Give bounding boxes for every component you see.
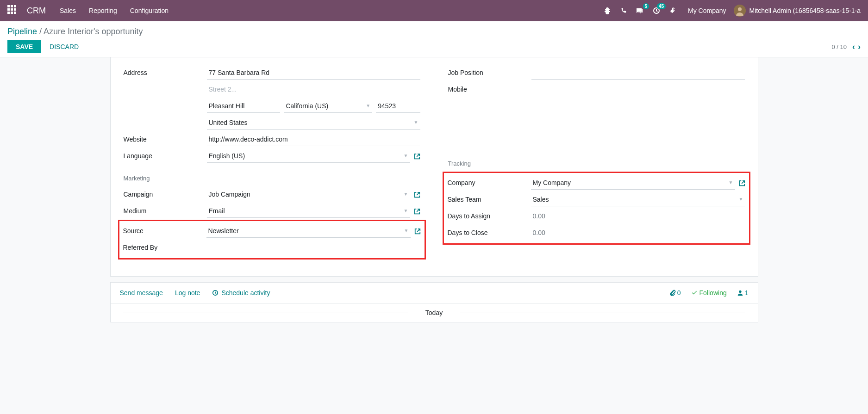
mobile-label: Mobile [448,86,531,93]
medium-label: Medium [124,207,207,215]
language-select[interactable]: English (US) ▼ [207,149,410,163]
debug-icon[interactable] [604,7,611,14]
company-label: Company [448,179,531,186]
zip-input[interactable] [376,99,420,113]
medium-select[interactable]: Email ▼ [207,204,410,218]
pager-prev-icon[interactable]: ‹ [852,42,855,52]
referred-input[interactable] [206,241,421,254]
city-input[interactable] [207,99,281,113]
user-name: Mitchell Admin (16856458-saas-15-1-a [749,7,861,14]
nav-sales[interactable]: Sales [60,7,76,14]
paperclip-icon [669,290,676,296]
send-message-button[interactable]: Send message [120,289,163,297]
activities-icon[interactable]: 45 [653,7,660,14]
chevron-down-icon: ▼ [404,228,409,233]
user-avatar-icon [734,5,746,17]
messages-icon[interactable]: 5 [636,7,643,14]
team-label: Sales Team [448,196,531,203]
form-left-column: Address California (US) [124,65,420,260]
company-select[interactable]: My Company ▼ [531,176,735,190]
chevron-down-icon: ▼ [366,103,370,108]
attachments-button[interactable]: 0 [669,289,681,297]
svg-point-2 [738,7,742,11]
clock-icon [212,290,219,296]
marketing-title: Marketing [124,175,420,182]
brand[interactable]: CRM [27,6,46,16]
svg-point-4 [739,290,741,293]
log-note-button[interactable]: Log note [175,289,200,297]
website-label: Website [124,136,207,143]
chevron-down-icon: ▼ [729,180,733,185]
days-assign-value: 0.00 [531,210,745,222]
breadcrumb: Pipeline / Azure Interior's opportunity [7,25,861,40]
job-label: Job Position [448,69,531,76]
campaign-label: Campaign [124,191,207,198]
save-button[interactable]: SAVE [7,40,41,53]
control-panel: Pipeline / Azure Interior's opportunity … [0,21,868,57]
external-link-icon[interactable] [414,191,420,198]
breadcrumb-parent[interactable]: Pipeline [7,27,37,36]
external-link-icon[interactable] [414,227,421,235]
breadcrumb-current: Azure Interior's opportunity [44,27,143,36]
tracking-title: Tracking [448,160,745,167]
mobile-input[interactable] [531,83,745,96]
user-menu[interactable]: Mitchell Admin (16856458-saas-15-1-a [734,5,861,17]
company-selector[interactable]: My Company [688,7,726,14]
phone-icon[interactable] [620,7,627,14]
website-input[interactable] [207,133,420,146]
chevron-down-icon: ▼ [404,192,408,197]
highlight-box-left: Source Newsletter ▼ Referred By [118,220,426,260]
check-icon [691,290,698,296]
language-label: Language [124,152,207,160]
chevron-down-icon: ▼ [404,153,408,158]
source-select[interactable]: Newsletter ▼ [206,224,411,238]
campaign-select[interactable]: Job Campaign ▼ [207,188,410,201]
external-link-icon[interactable] [414,207,420,215]
address-label: Address [124,69,207,76]
user-icon [737,290,743,296]
chevron-down-icon: ▼ [739,197,743,202]
form-sheet: Address California (US) [110,57,758,277]
chevron-down-icon: ▼ [414,120,418,125]
pager-next-icon[interactable]: › [858,42,861,52]
following-button[interactable]: Following [691,289,727,297]
street2-input[interactable] [207,83,420,96]
chatter: Send message Log note Schedule activity … [110,282,758,322]
tools-icon[interactable] [669,7,676,14]
highlight-box-right: Company My Company ▼ Sales Team [443,172,750,245]
referred-label: Referred By [123,244,206,251]
state-select[interactable]: California (US) ▼ [284,99,372,113]
external-link-icon[interactable] [739,179,745,186]
navbar: CRM Sales Reporting Configuration 5 45 M… [0,0,868,21]
days-close-value: 0.00 [531,226,745,239]
nav-configuration[interactable]: Configuration [130,7,169,14]
days-close-label: Days to Close [448,229,531,236]
schedule-activity-button[interactable]: Schedule activity [212,289,270,297]
nav-reporting[interactable]: Reporting [89,7,117,14]
chatter-today-separator: Today [111,303,758,322]
job-input[interactable] [531,66,745,80]
form-right-column: Job Position Mobile Tracking Company My … [448,65,745,260]
external-link-icon[interactable] [414,152,420,160]
discard-button[interactable]: DISCARD [50,43,79,50]
messages-badge: 5 [643,3,649,9]
activities-badge: 45 [657,3,666,9]
source-label: Source [123,227,206,235]
street-input[interactable] [207,66,420,80]
followers-button[interactable]: 1 [737,289,749,297]
chevron-down-icon: ▼ [404,208,408,213]
team-select[interactable]: Sales ▼ [531,193,745,206]
pager[interactable]: 0 / 10 [831,43,847,50]
country-select[interactable]: United States ▼ [207,116,420,130]
days-assign-label: Days to Assign [448,212,531,220]
apps-icon[interactable] [7,5,19,16]
